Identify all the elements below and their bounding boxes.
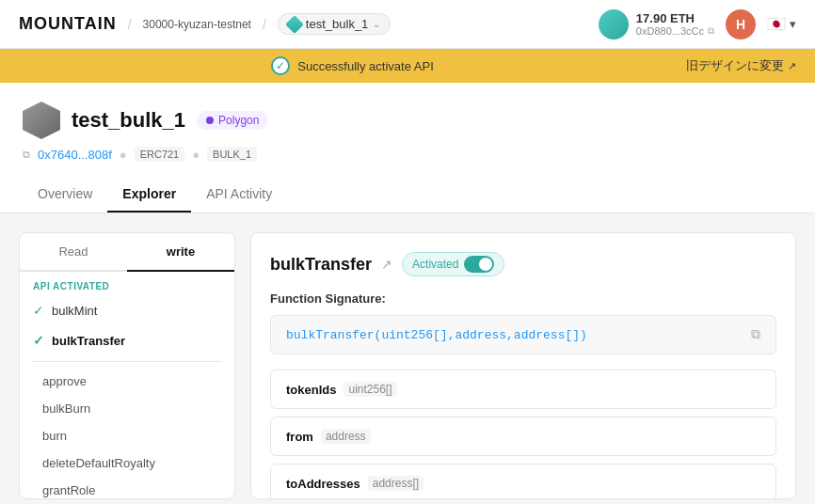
tab-api-activity[interactable]: API Activity [191, 177, 287, 213]
flag-icon: 🇯🇵 [767, 15, 786, 33]
tab-explorer[interactable]: Explorer [107, 177, 191, 213]
sidebar-divider [33, 361, 221, 362]
design-change-link[interactable]: 旧デザインに変更 ↗ [686, 57, 796, 74]
function-external-link-icon[interactable]: ↗ [381, 257, 392, 272]
wallet-eth: 17.90 ETH [636, 11, 714, 25]
activated-badge: Activated [402, 252, 504, 276]
tabs: Overview Explorer API Activity [23, 177, 792, 213]
design-change-label: 旧デザインに変更 [686, 57, 784, 74]
function-name: bulkTransfer [270, 255, 372, 275]
tab-overview[interactable]: Overview [23, 177, 107, 213]
sidebar-item-bulktransfer[interactable]: ✓ bulkTransfer [20, 325, 234, 355]
sidebar-tab-write[interactable]: write [127, 233, 234, 272]
contract-tag: BULK_1 [207, 147, 257, 162]
diamond-icon [285, 15, 304, 34]
param-name-toaddresses: toAddresses [286, 477, 360, 491]
copy-signature-icon[interactable]: ⧉ [751, 327, 760, 342]
sidebar-item-bulkmint-label: bulkMint [52, 304, 97, 318]
external-link-icon: ↗ [788, 60, 796, 72]
main-content: Read write API ACTIVATED ✓ bulkMint ✓ bu… [0, 213, 815, 504]
activated-label: Activated [412, 258, 458, 271]
header-separator2: / [263, 17, 266, 32]
wallet-address: 0xD880...3cCc ⧉ [636, 25, 714, 37]
header-separator: / [128, 17, 132, 32]
sidebar-item-approve[interactable]: approve [20, 368, 234, 395]
contract-name: test_bulk_1 [72, 108, 185, 133]
param-row-toaddresses: toAddresses address[] [270, 464, 776, 499]
api-activated-label: API ACTIVATED [20, 272, 234, 295]
header-right: 17.90 ETH 0xD880...3cCc ⧉ H 🇯🇵 ▾ [599, 9, 796, 39]
contract-title-row: test_bulk_1 Polygon [23, 102, 792, 139]
contract-selector[interactable]: test_bulk_1 ⌄ [278, 13, 392, 35]
sidebar-item-grantrole[interactable]: grantRole [20, 477, 234, 499]
meta-dot1: ● [120, 148, 127, 162]
param-name-from: from [286, 430, 313, 444]
param-row-tokenids: tokenIds uint256[] [270, 370, 776, 409]
sidebar-item-deletedefaultroyalty[interactable]: deleteDefaultRoyalty [20, 449, 234, 477]
function-signature-code: bulkTransfer(uint256[],address,address[]… [286, 328, 587, 342]
wallet-info: 17.90 ETH 0xD880...3cCc ⧉ [599, 9, 714, 39]
header: MOUNTAIN / 30000-kyuzan-testnet / test_b… [0, 0, 815, 49]
copy-contract-icon: ⧉ [23, 149, 30, 161]
network-name: Polygon [218, 114, 259, 127]
network-badge: Polygon [197, 111, 268, 130]
chevron-down-icon: ⌄ [373, 19, 380, 29]
language-selector[interactable]: 🇯🇵 ▾ [767, 15, 796, 33]
polygon-dot [206, 117, 214, 124]
param-name-tokenids: tokenIds [286, 383, 336, 397]
sidebar: Read write API ACTIVATED ✓ bulkMint ✓ bu… [19, 232, 235, 499]
contract-header: test_bulk_1 Polygon ⧉ 0x7640...808f ● ER… [0, 83, 815, 213]
user-avatar[interactable]: H [726, 9, 756, 39]
sidebar-item-bulkburn[interactable]: bulkBurn [20, 395, 234, 422]
param-row-from: from address [270, 417, 776, 456]
contract-meta: ⧉ 0x7640...808f ● ERC721 ● BULK_1 [23, 147, 792, 162]
right-panel: bulkTransfer ↗ Activated Function Signat… [250, 232, 796, 499]
param-type-toaddresses: address[] [368, 476, 423, 491]
sidebar-item-bulktransfer-label: bulkTransfer [52, 334, 125, 348]
wallet-avatar [599, 9, 629, 39]
lang-arrow: ▾ [790, 17, 796, 31]
function-header: bulkTransfer ↗ Activated [270, 252, 776, 276]
network-label: 30000-kyuzan-testnet [143, 18, 251, 31]
wallet-details: 17.90 ETH 0xD880...3cCc ⧉ [636, 11, 714, 37]
notification-message: Successfully activate API [297, 59, 434, 73]
sidebar-item-bulkmint[interactable]: ✓ bulkMint [20, 295, 234, 325]
copy-address-icon[interactable]: ⧉ [708, 25, 714, 37]
check-mark-icon2: ✓ [33, 333, 44, 348]
check-circle-icon: ✓ [271, 56, 290, 75]
notification-bar: ✓ Successfully activate API 旧デザインに変更 ↗ [0, 49, 815, 83]
contract-address[interactable]: 0x7640...808f [38, 148, 112, 162]
meta-dot2: ● [192, 148, 200, 162]
contract-icon [23, 102, 60, 139]
function-signature-block: bulkTransfer(uint256[],address,address[]… [270, 315, 776, 354]
logo: MOUNTAIN [19, 14, 117, 34]
check-mark-icon: ✓ [33, 303, 44, 318]
contract-badge-name: test_bulk_1 [306, 17, 369, 31]
sidebar-item-burn[interactable]: burn [20, 422, 234, 449]
signature-label: Function Signature: [270, 291, 776, 306]
activated-toggle[interactable] [464, 256, 494, 273]
param-type-from: address [321, 429, 371, 444]
notification-content: ✓ Successfully activate API [19, 56, 686, 75]
sidebar-tab-read[interactable]: Read [20, 233, 127, 272]
contract-standard: ERC721 [135, 147, 185, 162]
param-type-tokenids: uint256[] [344, 382, 396, 397]
sidebar-read-write-tabs: Read write [20, 233, 234, 272]
